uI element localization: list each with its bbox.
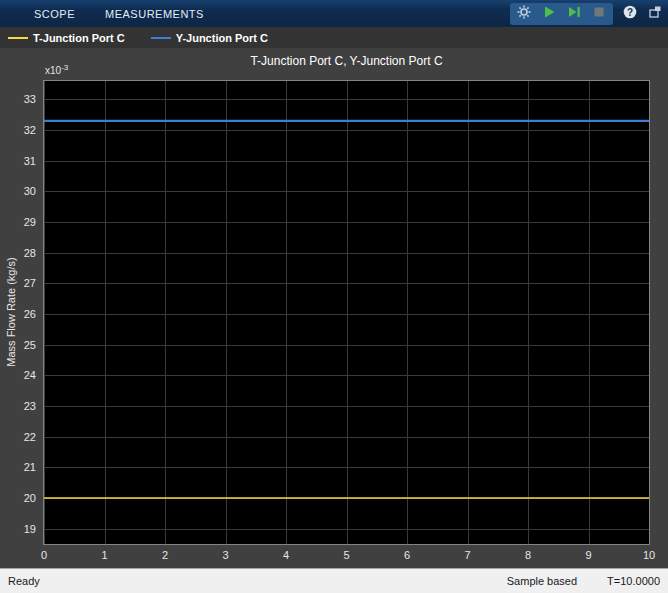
y-tick-label: 29 [24,216,36,228]
status-state: Ready [8,575,40,587]
stop-icon [591,4,607,24]
tab-measurements[interactable]: MEASUREMENTS [105,8,204,20]
legend-bar: T-Junction Port CY-Junction Port C [0,27,668,48]
legend-item[interactable]: T-Junction Port C [8,32,125,44]
y-tick-label: 22 [24,431,36,443]
y-tick-label: 20 [24,492,36,504]
y-tick-label: 21 [24,461,36,473]
status-sample-mode: Sample based [507,575,577,587]
run-icon [541,4,557,24]
step-forward-button[interactable] [566,6,582,22]
x-tick-label: 10 [643,549,655,561]
y-tick-label: 32 [24,124,36,136]
legend-swatch-icon [151,37,171,39]
simulation-controls-group [510,3,613,25]
x-tick-label: 6 [404,549,410,561]
step-forward-icon [566,4,582,24]
y-tick-label: 19 [24,523,36,535]
x-tick-label: 1 [101,549,107,561]
x-tick-labels: 012345678910 [44,549,649,563]
plot-canvas[interactable] [44,81,649,544]
dock-button[interactable] [647,6,663,22]
plot-title: T-Junction Port C, Y-Junction Port C [43,54,650,68]
stop-button[interactable] [591,6,607,22]
x-tick-label: 8 [525,549,531,561]
y-tick-label: 31 [24,155,36,167]
y-tick-label: 27 [24,277,36,289]
y-tick-label: 24 [24,369,36,381]
x-tick-label: 2 [162,549,168,561]
help-button[interactable]: ? [622,6,638,22]
y-tick-labels: 192021222324252627282930313233 [0,81,39,544]
dock-icon [647,4,663,24]
y-axis-exponent: x10-3 [45,63,68,76]
status-sim-time: T=10.0000 [607,575,660,587]
x-tick-label: 3 [222,549,228,561]
plot-region: T-Junction Port C, Y-Junction Port C x10… [0,48,668,568]
toolbar-quick-access: ? [510,0,663,27]
legend-swatch-icon [8,37,28,39]
x-tick-label: 4 [283,549,289,561]
legend-label: Y-Junction Port C [176,32,268,44]
settings-icon [516,4,532,24]
toolstrip: SCOPE MEASUREMENTS [0,0,668,27]
scope-window: SCOPE MEASUREMENTS [0,0,668,593]
toolstrip-tabs: SCOPE MEASUREMENTS [34,0,204,27]
svg-text:?: ? [627,6,633,17]
legend-label: T-Junction Port C [33,32,125,44]
status-bar: Ready Sample based T=10.0000 [0,568,668,593]
x-tick-label: 0 [41,549,47,561]
tab-scope[interactable]: SCOPE [34,8,75,20]
legend-item[interactable]: Y-Junction Port C [151,32,268,44]
y-tick-label: 25 [24,339,36,351]
y-tick-label: 28 [24,247,36,259]
y-tick-label: 33 [24,93,36,105]
plot-axes[interactable] [43,80,650,545]
help-icon: ? [622,4,638,24]
y-tick-label: 23 [24,400,36,412]
y-tick-label: 30 [24,185,36,197]
x-tick-label: 7 [464,549,470,561]
x-tick-label: 9 [585,549,591,561]
x-tick-label: 5 [343,549,349,561]
run-button[interactable] [541,6,557,22]
settings-button[interactable] [516,6,532,22]
y-tick-label: 26 [24,308,36,320]
status-right: Sample based T=10.0000 [507,575,660,587]
